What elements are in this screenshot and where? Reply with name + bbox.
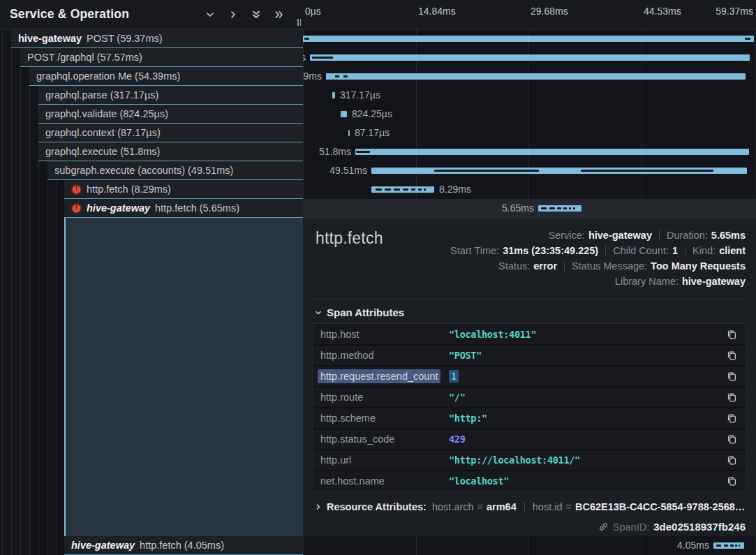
span-bar[interactable] bbox=[538, 205, 581, 212]
timeline-ruler: 0µs14.84ms29.68ms44.53ms59.37ms bbox=[303, 0, 756, 29]
resource-attributes-row[interactable]: Resource Attributes: host.arch=arm64host… bbox=[315, 501, 749, 512]
meta-label: Library Name: bbox=[615, 276, 679, 287]
attribute-value: 429 bbox=[449, 434, 725, 445]
child-span-marker bbox=[739, 545, 740, 547]
divider bbox=[605, 246, 606, 256]
span-bar[interactable] bbox=[371, 168, 747, 174]
meta-label: Kind: bbox=[692, 245, 716, 256]
tree-row[interactable]: subgraph.execute (accounts) (49.51ms) bbox=[47, 161, 303, 180]
span-duration-label: 8.29ms bbox=[439, 180, 471, 199]
span-bar[interactable] bbox=[341, 111, 347, 117]
attribute-value: "localhost" bbox=[449, 475, 725, 487]
meta-value: hive-gateway bbox=[588, 230, 652, 241]
span-duration-label: 87.17µs bbox=[355, 124, 390, 142]
attribute-value: "http:" bbox=[449, 413, 725, 424]
attribute-key: http.host bbox=[320, 329, 449, 340]
timeline-row: 4.05ms bbox=[303, 536, 756, 555]
span-bar[interactable] bbox=[310, 54, 750, 61]
divider bbox=[524, 502, 525, 512]
operation-label: http.fetch (5.65ms) bbox=[155, 202, 239, 214]
double-chevron-down-icon[interactable] bbox=[251, 9, 262, 20]
span-bar[interactable] bbox=[348, 130, 350, 136]
span-meta-line: Status:errorStatus Message:Too Many Requ… bbox=[450, 258, 746, 274]
timeline-row: 49.51ms bbox=[303, 161, 756, 180]
tree-row[interactable]: graphql.execute (51.8ms) bbox=[38, 142, 303, 161]
span-bar[interactable] bbox=[713, 542, 744, 549]
service-name: hive-gateway bbox=[18, 33, 82, 44]
copy-icon[interactable] bbox=[725, 454, 738, 466]
operation-label: graphql.context (87.17µs) bbox=[45, 127, 161, 138]
copy-icon[interactable] bbox=[725, 412, 738, 424]
timeline-rows: 57.57ms54.39ms317.17µs824.25µs87.17µs51.… bbox=[303, 29, 756, 218]
child-span-marker bbox=[343, 75, 348, 77]
chevron-down-icon[interactable] bbox=[205, 9, 216, 20]
meta-value: 5.65ms bbox=[711, 230, 746, 241]
link-icon[interactable] bbox=[598, 521, 609, 532]
timeline-tick-label: 59.37ms bbox=[716, 6, 753, 17]
error-icon bbox=[71, 203, 82, 214]
child-span-marker bbox=[335, 75, 339, 77]
copy-icon[interactable] bbox=[725, 475, 738, 487]
copy-icon[interactable] bbox=[725, 370, 738, 383]
attribute-row[interactable]: http.request.resend_count1 bbox=[314, 367, 745, 386]
operation-label: POST (59.37ms) bbox=[87, 33, 163, 44]
operation-label: graphql.parse (317.17µs) bbox=[45, 89, 158, 101]
child-span-marker bbox=[716, 545, 721, 547]
tree-row[interactable]: graphql.validate (824.25µs) bbox=[38, 105, 303, 124]
meta-value: hive-gateway bbox=[682, 276, 746, 287]
attribute-row[interactable]: http.host"localhost:4011" bbox=[314, 325, 745, 344]
timeline-row: 54.39ms bbox=[303, 67, 756, 86]
child-span-marker bbox=[411, 188, 415, 191]
span-attributes-header[interactable]: Span Attributes bbox=[315, 306, 404, 318]
tree-row[interactable]: graphql.operation Me (54.39ms) bbox=[29, 67, 303, 86]
timeline-row: 87.17µs bbox=[303, 124, 756, 142]
span-bar[interactable] bbox=[371, 186, 434, 193]
tree-row[interactable]: POST /graphql (57.57ms) bbox=[20, 48, 303, 67]
attribute-key: http.scheme bbox=[320, 413, 449, 424]
attribute-key: http.route bbox=[320, 392, 449, 403]
span-bar[interactable] bbox=[355, 149, 749, 155]
attribute-row[interactable]: http.url"http://localhost:4011/" bbox=[314, 450, 745, 470]
child-span-marker bbox=[312, 57, 333, 59]
tree-row[interactable]: graphql.context (87.17µs) bbox=[38, 124, 303, 142]
child-span-marker bbox=[403, 188, 408, 191]
double-chevron-right-icon[interactable] bbox=[274, 9, 285, 20]
span-bar[interactable] bbox=[303, 36, 754, 42]
child-span-marker bbox=[541, 207, 547, 209]
copy-icon[interactable] bbox=[725, 349, 738, 362]
timeline-row: 57.57ms bbox=[303, 48, 756, 67]
panel-title: Service & Operation bbox=[10, 7, 193, 22]
attribute-row[interactable]: http.scheme"http:" bbox=[314, 408, 745, 428]
pane-resize-handle[interactable] bbox=[297, 19, 301, 26]
child-span-marker bbox=[557, 207, 561, 209]
copy-icon[interactable] bbox=[725, 328, 738, 341]
timeline-row bbox=[303, 29, 756, 48]
attribute-row[interactable]: http.route"/" bbox=[314, 387, 745, 407]
tree-row[interactable]: hive-gatewayhttp.fetch (5.65ms) bbox=[64, 199, 303, 218]
tree-row[interactable]: hive-gatewayhttp.fetch (4.05ms) bbox=[64, 536, 303, 555]
tree-row[interactable]: graphql.parse (317.17µs) bbox=[38, 86, 303, 105]
span-duration-label: 824.25µs bbox=[352, 105, 392, 124]
attribute-key: http.url bbox=[320, 454, 449, 466]
span-duration-label: 4.05ms bbox=[677, 536, 709, 555]
tree-row[interactable]: hive-gatewayPOST (59.37ms) bbox=[11, 29, 303, 48]
span-bar[interactable] bbox=[332, 92, 335, 98]
meta-label: Status: bbox=[498, 260, 530, 272]
span-duration-label: 57.57ms bbox=[303, 48, 306, 67]
span-duration-label: 317.17µs bbox=[340, 86, 380, 105]
child-span-marker bbox=[394, 188, 400, 191]
meta-value: 1 bbox=[672, 245, 678, 256]
attribute-row[interactable]: http.status_code429 bbox=[314, 429, 745, 449]
copy-icon[interactable] bbox=[725, 433, 738, 445]
meta-label: Start Time: bbox=[450, 245, 499, 256]
attribute-row[interactable]: http.method"POST" bbox=[314, 346, 745, 365]
copy-icon[interactable] bbox=[725, 391, 738, 404]
attribute-row[interactable]: net.host.name"localhost" bbox=[314, 471, 745, 491]
timeline-tick-label: 44.53ms bbox=[644, 6, 681, 17]
chevron-right-icon[interactable] bbox=[228, 9, 239, 20]
child-span-marker bbox=[304, 38, 309, 40]
span-meta-line: Service:hive-gatewayDuration:5.65ms bbox=[450, 228, 746, 243]
span-bar[interactable] bbox=[326, 73, 746, 80]
child-span-marker bbox=[569, 207, 571, 209]
tree-row[interactable]: http.fetch (8.29ms) bbox=[64, 180, 303, 199]
